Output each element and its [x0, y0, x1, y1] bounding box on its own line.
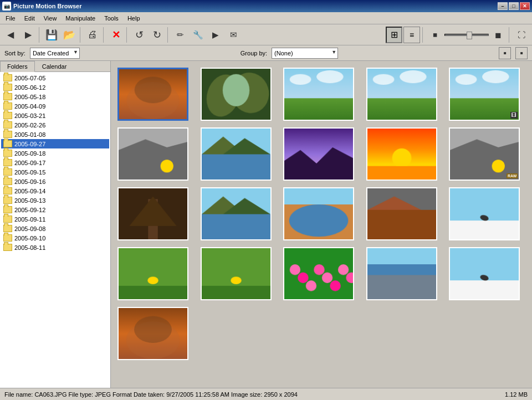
folder-item[interactable]: 2005-09-15 — [1, 167, 109, 177]
sort-select[interactable]: Date Created File Name Date Modified Fil… — [30, 48, 80, 59]
folder-item[interactable]: 2005-09-18 — [1, 148, 109, 158]
fix-button[interactable]: 🔧 — [190, 27, 206, 43]
photo-thumb[interactable] — [366, 247, 437, 300]
photo-thumb[interactable] — [201, 68, 272, 121]
photo-thumb[interactable] — [117, 307, 188, 360]
email-button[interactable]: ✉ — [225, 27, 242, 43]
larger-button[interactable]: ◼ — [490, 27, 507, 43]
menubar: File Edit View Manipulate Tools Help — [0, 12, 532, 24]
sort-select-wrapper: Date Created File Name Date Modified Fil… — [30, 48, 80, 59]
photo-thumb[interactable] — [117, 187, 188, 240]
folder-item[interactable]: 2005-09-10 — [1, 233, 109, 243]
folder-icon — [3, 244, 12, 251]
folder-name: 2005-02-26 — [14, 122, 45, 129]
window-controls: – □ ✕ — [498, 2, 530, 10]
folder-item[interactable]: 2005-09-11 — [1, 214, 109, 224]
photo-thumb[interactable] — [366, 187, 437, 240]
folder-item[interactable]: 2005-09-13 — [1, 196, 109, 205]
photo-thumb[interactable] — [449, 247, 520, 300]
folder-item[interactable]: 2005-02-26 — [1, 120, 109, 130]
app-title: Picture Motion Browser — [13, 3, 498, 9]
photo-thumb[interactable] — [283, 187, 354, 240]
menu-manipulate[interactable]: Manipulate — [61, 14, 100, 23]
menu-tools[interactable]: Tools — [100, 14, 123, 23]
folder-name: 2005-09-13 — [14, 197, 45, 204]
folder-icon — [3, 206, 12, 213]
minimize-button[interactable]: – — [498, 2, 508, 10]
rotate-right-button[interactable]: ↻ — [149, 27, 165, 43]
photo-thumb[interactable]: 🎞 — [449, 68, 520, 121]
photo-thumb[interactable] — [117, 127, 188, 181]
folder-item[interactable]: 2005-01-08 — [1, 130, 109, 139]
folder-name: 2005-09-15 — [14, 169, 45, 176]
forward-button[interactable]: ▶ — [20, 27, 37, 43]
folder-item[interactable]: 2005-04-09 — [1, 101, 109, 111]
photo-thumb[interactable] — [117, 247, 188, 300]
photo-thumb[interactable] — [283, 127, 354, 181]
sort-label: Sort by: — [4, 50, 25, 57]
grid-view-button[interactable]: ⊞ — [386, 27, 402, 43]
photo-thumb[interactable] — [366, 68, 437, 121]
group-select-wrapper: (None) Date Created File Name ▼ — [272, 48, 338, 59]
photo-thumb[interactable] — [117, 68, 188, 121]
edit-button[interactable]: ✏ — [172, 27, 188, 43]
folder-icon — [3, 150, 12, 157]
zoom-slider[interactable] — [444, 29, 489, 40]
folder-item-selected[interactable]: 2005-09-27 — [1, 139, 109, 148]
view-buttons: ⊞ ≡ — [386, 27, 420, 43]
photo-thumb[interactable] — [283, 247, 354, 300]
back-button[interactable]: ◀ — [2, 27, 19, 43]
folder-item[interactable]: 2005-08-11 — [1, 243, 109, 252]
photo-thumb[interactable] — [201, 127, 272, 181]
folder-name: 2005-09-11 — [14, 216, 45, 223]
list-view-button[interactable]: ≡ — [403, 27, 420, 43]
sidebar: Folders Calendar 2005-07-05 2005-06-12 2… — [0, 61, 111, 388]
folder-icon — [3, 216, 12, 223]
raw-badge: RAW — [507, 173, 518, 178]
maximize-button[interactable]: □ — [509, 2, 519, 10]
folder-icon — [3, 168, 12, 176]
folder-item[interactable]: 2005-06-12 — [1, 83, 109, 92]
import-button[interactable]: 💾 — [43, 27, 60, 43]
photo-thumb[interactable] — [201, 187, 272, 240]
photo-thumb[interactable] — [201, 247, 272, 300]
delete-button[interactable]: ✕ — [108, 27, 124, 43]
folder-item[interactable]: 2005-09-17 — [1, 158, 109, 167]
print-button[interactable]: 🖨 — [84, 27, 101, 43]
separator-3 — [103, 27, 105, 43]
folder-item[interactable]: 2005-09-08 — [1, 224, 109, 233]
group-select[interactable]: (None) Date Created File Name — [272, 48, 338, 59]
smaller-button[interactable]: ◼ — [427, 27, 443, 43]
tab-calendar[interactable]: Calendar — [35, 61, 74, 71]
folder-item[interactable]: 2005-05-18 — [1, 92, 109, 101]
menu-file[interactable]: File — [1, 14, 20, 23]
folder-icon — [3, 140, 12, 147]
menu-edit[interactable]: Edit — [20, 14, 39, 23]
folder-icon — [3, 121, 12, 129]
photo-area: 🎞RAW — [111, 61, 532, 388]
close-button[interactable]: ✕ — [520, 2, 530, 10]
menu-view[interactable]: View — [39, 14, 62, 23]
folder-item[interactable]: 2005-03-21 — [1, 111, 109, 120]
view-option-2[interactable]: ▪ — [515, 47, 528, 59]
folder-name: 2005-09-18 — [14, 150, 45, 157]
view-option-1[interactable]: ▪ — [499, 47, 511, 59]
folder-item[interactable]: 2005-09-16 — [1, 177, 109, 186]
photo-thumb[interactable] — [283, 68, 354, 121]
film-badge: 🎞 — [510, 112, 518, 119]
tab-folders[interactable]: Folders — [0, 61, 35, 72]
photo-thumb[interactable] — [449, 187, 520, 240]
menu-help[interactable]: Help — [123, 14, 145, 23]
folder-item[interactable]: 2005-09-14 — [1, 186, 109, 196]
separator-1 — [39, 27, 41, 43]
photo-grid: 🎞RAW — [115, 65, 528, 362]
fullscreen-button[interactable]: ⛶ — [513, 27, 530, 43]
slideshow-button[interactable]: ▶ — [207, 27, 224, 43]
photo-thumb[interactable] — [366, 127, 437, 181]
rotate-left-button[interactable]: ↺ — [131, 27, 147, 43]
photo-thumb[interactable]: RAW — [449, 127, 520, 181]
folder-item[interactable]: 2005-07-05 — [1, 73, 109, 83]
export-button[interactable]: 📂 — [61, 27, 78, 43]
folder-list: 2005-07-05 2005-06-12 2005-05-18 2005-04… — [0, 72, 110, 388]
folder-item[interactable]: 2005-09-12 — [1, 205, 109, 214]
